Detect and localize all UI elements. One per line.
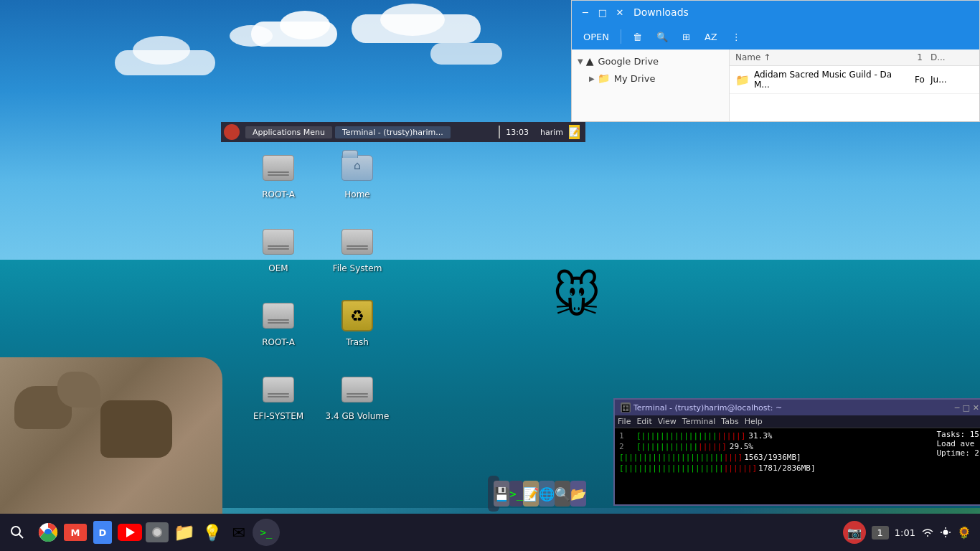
tasks-label: Tasks: 15 <box>936 430 979 439</box>
trash-label: Trash <box>346 337 369 347</box>
fm-sort-button[interactable]: AZ <box>699 29 723 45</box>
terminal-menubar: File Edit View Terminal Tabs Help <box>615 415 980 428</box>
search-icon: 🔍 <box>656 32 668 42</box>
term-bar-red-2: |||||] <box>698 442 727 451</box>
terminal-menu-view[interactable]: View <box>658 417 677 426</box>
term-mem-bar-1: [||||||||||||||||||||| <box>619 453 724 462</box>
window-icon <box>499 126 500 138</box>
taskbar-gdocs-button[interactable]: D <box>89 519 116 546</box>
google-drive-label: Google Drive <box>598 56 659 67</box>
fm-row-1[interactable]: 📁 Adidam Sacred Music Guild - Da M... Fo… <box>730 66 979 94</box>
term-pct-2: 29.5% <box>730 442 753 451</box>
terminal-menu-edit[interactable]: Edit <box>636 417 651 426</box>
fm-body: ▼ ▲ Google Drive ▶ 📁 My Drive Name ↑ 1 D… <box>572 50 979 121</box>
taskbar-terminal-button[interactable]: >_ <box>253 519 280 546</box>
root-a-1-label: ROOT-A <box>262 189 295 199</box>
desktop-icon-home[interactable]: Home <box>321 147 393 203</box>
svg-point-4 <box>943 530 948 535</box>
my-drive-folder-icon: 📁 <box>598 72 610 84</box>
dock-files-icon[interactable]: 📂 <box>570 481 586 507</box>
taskbar-keep-button[interactable]: 💡 <box>198 519 225 546</box>
taskbar-chrome-button[interactable] <box>34 519 62 546</box>
terminal-line-mem1: [||||||||||||||||||||| |||] 1563/1936MB] <box>619 453 980 462</box>
home-icon <box>340 151 374 185</box>
svg-line-1 <box>19 534 24 539</box>
fm-open-button[interactable]: OPEN <box>578 29 615 45</box>
taskbar-camera-button[interactable] <box>143 519 171 546</box>
dock-terminal-icon[interactable]: >_ <box>509 481 523 507</box>
term-mem-bar-red-2: ||||||] <box>724 463 757 473</box>
terminal-menu-help[interactable]: Help <box>745 417 763 426</box>
fm-sidebar-my-drive[interactable]: ▶ 📁 My Drive <box>572 70 729 87</box>
dock-browser-icon[interactable]: 🌐 <box>539 481 555 507</box>
desktop-icon-trash[interactable]: ♻ Trash <box>321 295 393 351</box>
cloud-5-top <box>133 36 190 65</box>
wifi-icon <box>921 527 934 537</box>
oem-label: OEM <box>268 263 288 273</box>
volume-icon <box>340 372 374 407</box>
term-mem-val-2: 1781/2836MB] <box>758 463 815 473</box>
dock-notes-icon[interactable]: 📝 <box>523 481 539 507</box>
dock-bar: 💾 >_ 📝 🌐 🔍 📂 <box>488 476 499 512</box>
terminal-maximize[interactable]: □ <box>962 403 969 413</box>
google-drive-expand-arrow: ▼ <box>578 57 583 65</box>
google-drive-icon: ▲ <box>586 55 594 67</box>
fm-row-col1: Fo <box>909 75 930 85</box>
time-area: 13:03 👤 harim 📝 <box>574 122 585 142</box>
terminal-line-mem2: [||||||||||||||||||||| ||||||] 1781/2836… <box>619 463 980 473</box>
taskbar-badge: 1 <box>872 526 889 540</box>
terminal-close[interactable]: ✕ <box>973 403 979 413</box>
camera-icon <box>146 522 169 542</box>
trash-icon-wrap: ♻ <box>340 298 374 333</box>
terminal-minimize[interactable]: ─ <box>955 403 960 413</box>
dock-drive-icon[interactable]: 💾 <box>494 481 509 507</box>
sort-icon: AZ <box>705 32 717 42</box>
desktop-icon-root-a-2[interactable]: ROOT-A <box>242 295 314 351</box>
fm-sidebar: ▼ ▲ Google Drive ▶ 📁 My Drive <box>572 50 730 121</box>
applications-menu-button[interactable]: Applications Menu <box>245 126 332 138</box>
efi-icon <box>261 372 296 407</box>
taskbar-youtube-button[interactable] <box>116 519 143 546</box>
uptime-label: Uptime: 2 <box>936 448 979 458</box>
desktop-icon-volume[interactable]: 3.4 GB Volume <box>321 369 393 425</box>
desktop-icon-efi[interactable]: EFI-SYSTEM <box>242 369 314 425</box>
fm-maximize-button[interactable]: □ <box>595 4 611 20</box>
fm-close-button[interactable]: ✕ <box>612 4 628 20</box>
desktop-icon-oem[interactable]: OEM <box>242 221 314 277</box>
terminal-taskbar-button[interactable]: Terminal - (trusty)harim... <box>335 126 451 138</box>
fm-minimize-button[interactable]: ─ <box>578 4 593 20</box>
power-icon[interactable]: 🌻 <box>957 526 971 540</box>
cloud-4 <box>230 25 273 47</box>
term-mem-val-1: 1563/1936MB] <box>744 453 801 462</box>
screenshot-button[interactable]: 📷 <box>843 521 866 544</box>
more-icon: ⋮ <box>732 32 741 42</box>
my-drive-label: My Drive <box>614 73 656 84</box>
fm-row-cold: Ju... <box>930 75 974 85</box>
taskbar-gmail-button[interactable]: M <box>62 519 89 546</box>
desktop-icons-grid: ROOT-A Home OEM File System <box>235 140 400 432</box>
taskbar-files-button[interactable]: 📁 <box>171 519 198 546</box>
files-icon: 📁 <box>174 522 195 542</box>
terminal-menu-file[interactable]: File <box>618 417 631 426</box>
fm-row-name: Adidam Sacred Music Guild - Da M... <box>754 70 909 90</box>
fm-sidebar-google-drive[interactable]: ▼ ▲ Google Drive <box>572 52 729 70</box>
terminal-menu-tabs[interactable]: Tabs <box>721 417 738 426</box>
terminal-menu-terminal[interactable]: Terminal <box>682 417 716 426</box>
desktop-icon-filesystem[interactable]: File System <box>321 221 393 277</box>
grid-icon: ⊞ <box>682 32 690 42</box>
gmail2-icon: ✉ <box>232 524 245 542</box>
rocks <box>0 357 222 515</box>
dock-search-icon[interactable]: 🔍 <box>555 481 570 507</box>
fm-delete-button[interactable]: 🗑 <box>627 29 648 45</box>
fm-more-button[interactable]: ⋮ <box>726 29 747 45</box>
taskbar-search-button[interactable] <box>3 518 32 547</box>
fm-grid-button[interactable]: ⊞ <box>677 29 696 45</box>
taskbar-gmail2-button[interactable]: ✉ <box>225 519 253 546</box>
gmail-icon: M <box>64 524 87 541</box>
xfce-logo[interactable] <box>224 124 240 140</box>
desktop-icon-root-a-1[interactable]: ROOT-A <box>242 147 314 203</box>
fm-row-folder-icon: 📁 <box>735 73 750 87</box>
note-icon[interactable]: 📝 <box>569 125 580 139</box>
filesystem-label: File System <box>333 263 382 273</box>
fm-search-button[interactable]: 🔍 <box>651 29 674 45</box>
